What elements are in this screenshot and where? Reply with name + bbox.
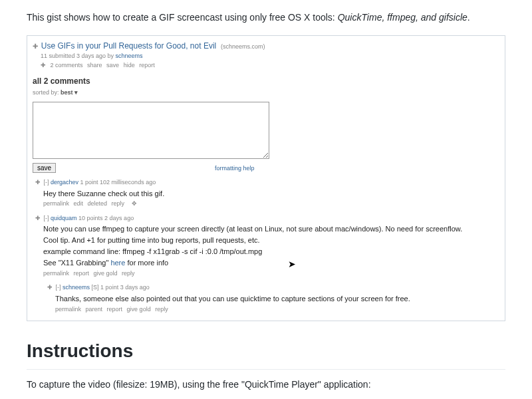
act-permalink[interactable]: permalink: [43, 270, 69, 277]
act-report[interactable]: report: [107, 306, 123, 313]
instructions-intro: To capture the video (filesize: 19MB), u…: [27, 378, 505, 392]
comment-body: Thanks, someone else also pointed out th…: [55, 294, 499, 304]
comment-2: ✚ [-] quidquam 10 points 2 days ago Note…: [33, 214, 499, 314]
comment-textarea[interactable]: [33, 102, 269, 159]
comment-body: Cool tip. And +1 for putting time into b…: [43, 235, 499, 245]
post-author[interactable]: schneems: [116, 53, 143, 59]
collapse-toggle[interactable]: [-]: [56, 284, 61, 291]
here-link[interactable]: here: [110, 259, 125, 267]
post-score: 11: [41, 53, 47, 59]
action-hide[interactable]: hide: [124, 62, 135, 68]
comment-body: See "X11 Grabbing" here for more info ➤: [43, 258, 499, 268]
action-report[interactable]: report: [139, 62, 155, 68]
act-give-gold[interactable]: give gold: [127, 306, 151, 313]
sort-row: sorted by: best ▾: [33, 88, 499, 98]
act-edit[interactable]: edit: [74, 200, 84, 207]
vote-icon[interactable]: ✚: [47, 284, 53, 291]
intro-pre: This gist shows how to create a GIF scre…: [27, 12, 338, 23]
action-comments[interactable]: 2 comments: [51, 62, 83, 68]
act-reply[interactable]: reply: [122, 270, 135, 277]
comment-body: Note you can use ffmpeg to capture your …: [43, 224, 499, 234]
post-title-link[interactable]: Use GIFs in your Pull Requests for Good,…: [41, 41, 216, 51]
vote-icon[interactable]: ✚: [35, 215, 41, 221]
intro-post: .: [467, 12, 470, 23]
instructions-heading: Instructions: [27, 337, 505, 370]
expand-icon: ✚: [33, 43, 38, 50]
reddit-screenshot: ✚ Use GIFs in your Pull Requests for Goo…: [27, 35, 505, 321]
intro-text: This gist shows how to create a GIF scre…: [27, 11, 505, 25]
expand-icon: ✚: [41, 62, 46, 68]
post-domain: (schneems.com): [221, 43, 265, 50]
collapse-toggle[interactable]: [-]: [44, 179, 49, 186]
collapse-toggle[interactable]: [-]: [44, 215, 49, 221]
comment-meta: 1 point 3 days ago: [100, 284, 150, 291]
comment-actions: permalink parent report give gold reply: [55, 305, 499, 315]
post-actions: ✚ 2 comments share save hide report: [41, 61, 499, 70]
sort-mode[interactable]: best ▾: [61, 89, 78, 96]
act-deleted[interactable]: deleted: [88, 200, 108, 207]
act-permalink[interactable]: permalink: [55, 306, 81, 313]
comment-user[interactable]: schneems: [63, 284, 90, 291]
comment-meta: 1 point 102 milliseconds ago: [80, 179, 156, 186]
post-title-row: ✚ Use GIFs in your Pull Requests for Goo…: [33, 40, 499, 52]
vote-icon[interactable]: ✚: [35, 179, 41, 186]
comment-actions: permalink report give gold reply: [43, 269, 499, 279]
act-parent[interactable]: parent: [86, 306, 103, 313]
comment-body: Hey there Suzanne check out this gif.: [43, 189, 499, 199]
act-reply[interactable]: reply: [155, 306, 168, 313]
comment-actions: permalink edit deleted reply ✥: [43, 200, 499, 209]
act-report[interactable]: report: [74, 270, 90, 277]
post-submitted: 11 submitted 3 days ago by schneems: [41, 52, 499, 61]
act-reply[interactable]: reply: [112, 200, 125, 207]
action-share[interactable]: share: [87, 62, 102, 68]
submitter-badge: [S]: [92, 284, 99, 291]
comment-meta: 10 points 2 days ago: [78, 215, 134, 221]
comment-user[interactable]: quidquam: [51, 215, 77, 221]
intro-tools: QuickTime, ffmpeg, and gifsicle: [338, 12, 467, 23]
comment-1: ✚ [-] dergachev 1 point 102 milliseconds…: [33, 178, 499, 209]
comment-body: example command line: ffmpeg -f x11grab …: [43, 247, 499, 257]
formatting-help-link[interactable]: formatting help: [215, 165, 255, 172]
action-save[interactable]: save: [106, 62, 119, 68]
comment-3: ✚ [-] schneems [S] 1 point 3 days ago Th…: [45, 283, 499, 314]
cursor-icon: ✥: [132, 200, 137, 207]
act-give-gold[interactable]: give gold: [94, 270, 118, 277]
act-permalink[interactable]: permalink: [43, 200, 69, 207]
save-button[interactable]: save: [33, 163, 56, 173]
mouse-cursor-icon: ➤: [288, 258, 296, 271]
comment-user[interactable]: dergachev: [51, 179, 78, 186]
all-comments-header: all 2 comments: [33, 75, 499, 87]
